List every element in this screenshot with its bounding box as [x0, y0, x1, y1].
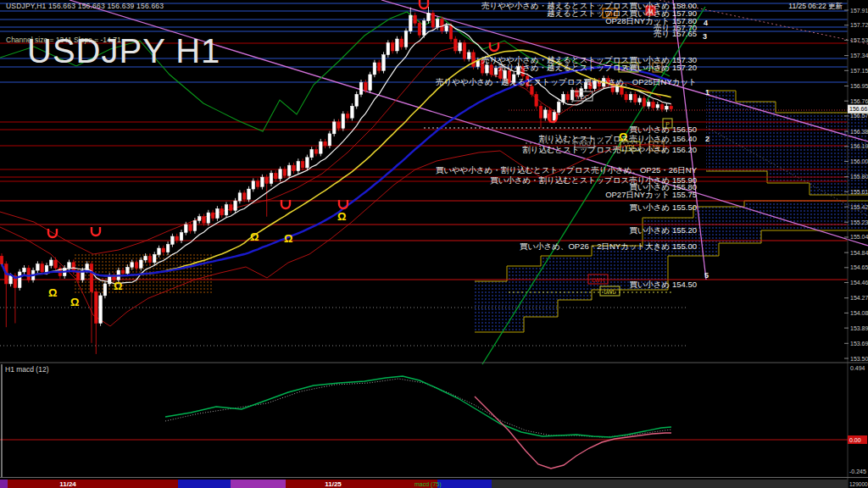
candle-body [431, 13, 435, 27]
candle-body [364, 82, 368, 90]
axis-price-label: 157.150 [850, 68, 868, 74]
candle-body [158, 248, 161, 254]
level-tag-label: LWH [592, 277, 604, 283]
candle-body [166, 244, 170, 252]
timeline-segment [492, 480, 848, 488]
candle-body [297, 161, 300, 170]
candle-body [76, 272, 80, 280]
candle-body [328, 134, 331, 146]
candle-body [135, 263, 138, 269]
macd-zero-label: 0.00 [849, 437, 861, 443]
timeline-segment [178, 480, 231, 488]
symbol-watermark: USDJPY H1 [27, 32, 220, 70]
candle-body [472, 53, 476, 67]
macd-signal-dotted [165, 379, 671, 437]
candle-body [535, 94, 538, 106]
axis-price-label: 155.615 [850, 189, 868, 195]
candle-body [337, 122, 341, 128]
candle-body [643, 98, 646, 106]
candle-body [220, 208, 224, 214]
candle-body [629, 94, 632, 100]
candle-body [207, 213, 210, 223]
axis-price-label: 156.765 [850, 98, 868, 104]
candle-body [441, 19, 444, 31]
candle-body [647, 103, 650, 107]
candle-body [342, 114, 345, 129]
candle-body [494, 69, 498, 75]
candle-body [486, 65, 489, 73]
axis-price-label: 153.505 [850, 356, 868, 362]
wave-count-label: 4 [704, 19, 708, 27]
timeline-indicator-tag: macd (75) [415, 481, 442, 488]
candle-body [180, 232, 183, 240]
candle-body [634, 94, 637, 102]
candle-body [566, 94, 570, 100]
candle-body [126, 267, 130, 273]
candle-body [396, 39, 399, 51]
candle-body [103, 284, 107, 296]
candle-body [9, 276, 13, 284]
buy-signal-icon: Ω [250, 230, 259, 243]
axis-price-label: 153.890 [850, 325, 868, 331]
axis-price-label: 157.725 [850, 22, 868, 28]
candle-body [193, 220, 197, 230]
candle-body [404, 31, 408, 47]
candle-body [211, 213, 214, 219]
candle-body [670, 106, 673, 108]
trading-chart-window: { "window": { "symbol_line": "USDJPY,H1 … [0, 0, 868, 488]
candle-body [638, 98, 642, 103]
candle-body [131, 263, 134, 268]
last-update-timestamp: 11/25 06:22 更新 [788, 2, 843, 12]
order-annotation: 買い小さめ 156.50 [629, 125, 697, 134]
axis-price-label: 156.380 [850, 129, 868, 135]
candle-body [216, 208, 220, 218]
axis-price-label: 155.230 [850, 219, 868, 225]
candle-body [544, 110, 548, 118]
candle-body [355, 94, 359, 106]
candle-body [369, 75, 372, 91]
candle-body [422, 21, 426, 36]
candle-body [185, 225, 188, 232]
candle-body [175, 236, 179, 241]
candle-body [652, 103, 655, 108]
price-chart-canvas[interactable]: ΩΩΩΩΩΩΩ43125WHMYDHWYDCPYDOYDLNYLWHLWL売りや… [0, 0, 868, 488]
candle-body [283, 169, 287, 175]
buy-signal-icon: Ω [337, 210, 346, 223]
level-tag-label: LWL [604, 289, 616, 295]
axis-price-label: 155.040 [850, 234, 868, 240]
order-annotation: 買い小さめ 154.50 [629, 280, 697, 289]
candle-body [418, 23, 421, 35]
sell-signal-icon [420, 0, 428, 8]
axis-price-label: 156.575 [850, 113, 868, 119]
wave-count-label: 5 [704, 271, 709, 280]
candle-body [445, 25, 448, 31]
candle-body [387, 43, 390, 55]
candle-body [615, 86, 619, 92]
order-annotation: 割り込むとストップロス売り小さめ 156.40 [539, 134, 697, 143]
candle-body [95, 291, 98, 323]
candle-body [252, 181, 255, 189]
candle-body [436, 19, 439, 27]
buy-signal-icon: Ω [284, 232, 292, 245]
candle-body [414, 15, 417, 23]
axis-price-label: 156.955 [850, 83, 868, 89]
candle-body [265, 177, 269, 183]
candle-body [238, 193, 242, 201]
candle-body [665, 106, 669, 109]
order-annotation: 買い小さめ 155.50 [629, 202, 697, 212]
order-annotation: OP27日NYカット 155.75 [605, 190, 697, 199]
axis-price-label: 154.655 [850, 264, 868, 270]
candle-body [121, 270, 125, 274]
candle-body [90, 264, 93, 292]
candle-body [189, 225, 192, 230]
kumo-cloud-right [706, 91, 868, 195]
candle-body [660, 104, 664, 109]
candle-body [242, 193, 246, 199]
volume-label: 129000 [849, 481, 868, 487]
candle-body [346, 114, 349, 119]
axis-price-label: 154.845 [850, 250, 868, 256]
candle-body [261, 177, 264, 186]
candle-body [279, 169, 282, 179]
axis-price-label: 157.535 [850, 37, 868, 43]
candle-body [459, 43, 462, 51]
